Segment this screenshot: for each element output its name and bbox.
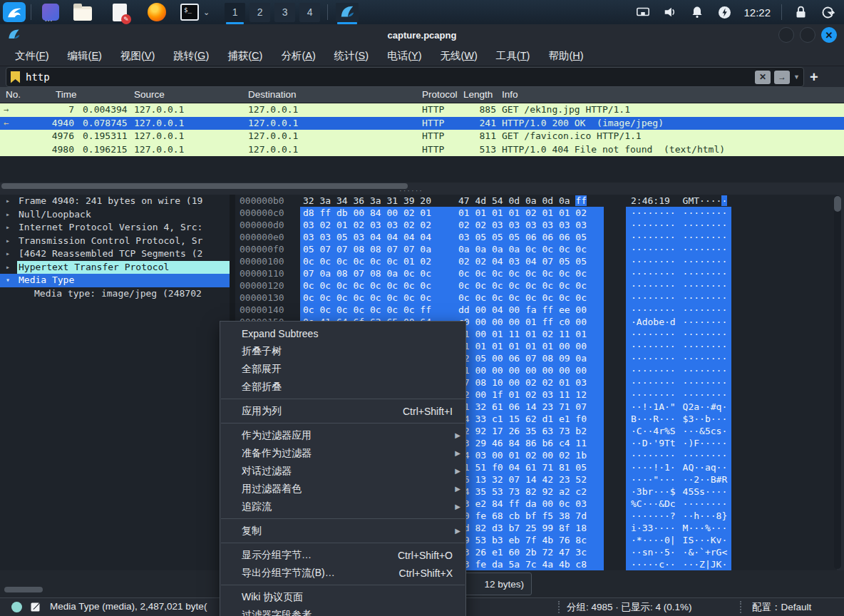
display-filter-input[interactable]: http ✕ → ▼ — [6, 67, 804, 87]
scrollbar-thumb[interactable] — [4, 587, 43, 592]
hex-row[interactable]: 000001000c 0c 0c 0c 0c 0c 01 0202 02 04 … — [235, 255, 837, 267]
add-filter-button[interactable]: + — [810, 69, 818, 86]
context-menu-item[interactable]: 复制▶ — [220, 522, 465, 540]
tree-row[interactable]: ▸[4642 Reassembled TCP Segments (2 — [0, 247, 230, 261]
column-no[interactable]: No. — [6, 89, 21, 100]
packet-row[interactable]: 49760.195311127.0.0.1127.0.0.1HTTP811GET… — [0, 130, 844, 143]
context-menu-item[interactable]: 应用为列Ctrl+Shift+I — [220, 402, 465, 420]
expert-info-icon[interactable] — [11, 602, 22, 612]
menu-y[interactable]: 电话(Y) — [378, 49, 431, 63]
context-menu-item[interactable]: 全部折叠 — [220, 378, 465, 396]
firefox-launcher[interactable] — [148, 3, 166, 21]
hex-row[interactable]: 000000e003 03 05 03 04 04 04 0403 05 05 … — [235, 231, 837, 243]
titlebar[interactable]: capture.pcapng ✕ — [0, 24, 844, 46]
maximize-button[interactable] — [800, 27, 815, 43]
hex-row[interactable]: 000000f005 07 07 08 08 07 07 0a0a 0a 0a … — [235, 243, 837, 255]
bookmark-icon[interactable] — [11, 71, 20, 83]
context-menu-item[interactable]: 追踪流▶ — [220, 498, 465, 515]
hex-row[interactable]: 000000d003 02 01 02 03 03 02 0202 02 03 … — [235, 219, 837, 231]
column-length[interactable]: Length — [463, 89, 493, 100]
statusbar-grip[interactable] — [558, 601, 560, 613]
context-menu-item[interactable]: 显示分组字节…Ctrl+Shift+O — [220, 546, 465, 564]
hex-row[interactable]: 000001300c 0c 0c 0c 0c 0c 0c 0c0c 0c 0c … — [235, 292, 837, 304]
tree-row[interactable]: Media type: image/jpeg (248702 — [0, 287, 230, 301]
packet-list-header[interactable]: No. Time Source Destination Protocol Len… — [0, 87, 844, 103]
context-menu-item[interactable]: Wiki 协议页面 — [220, 588, 465, 606]
launcher-dropdown-caret[interactable]: ⌄ — [203, 8, 210, 17]
menu-e[interactable]: 编辑(E) — [58, 49, 111, 63]
workspace-4[interactable]: 4 — [299, 3, 320, 22]
splitter-grip[interactable]: ······ — [399, 186, 423, 195]
context-menu-item[interactable]: 全部展开 — [220, 360, 465, 378]
status-profile[interactable]: 配置：Default — [752, 601, 811, 614]
menu-c[interactable]: 捕获(C) — [218, 49, 272, 63]
column-source[interactable]: Source — [134, 89, 165, 100]
context-menu-item[interactable]: 准备作为过滤器▶ — [220, 444, 465, 462]
expander-collapsed-icon[interactable]: ▸ — [6, 208, 10, 222]
clear-filter-icon[interactable]: ✕ — [755, 71, 771, 84]
column-protocol[interactable]: Protocol — [422, 89, 458, 100]
column-destination[interactable]: Destination — [248, 89, 297, 100]
network-icon[interactable] — [635, 4, 651, 20]
clock[interactable]: 12:22 — [743, 6, 771, 19]
context-menu-item[interactable]: 用过滤器着色▶ — [220, 480, 465, 498]
menu-s[interactable]: 统计(S) — [325, 49, 378, 63]
taskbar-wireshark-task[interactable] — [336, 3, 359, 22]
menu-w[interactable]: 无线(W) — [431, 49, 486, 63]
workspace-1[interactable]: 1 — [225, 3, 245, 22]
filter-dropdown-caret[interactable]: ▼ — [793, 73, 800, 81]
expander-collapsed-icon[interactable]: ▸ — [6, 247, 10, 261]
workspace-3[interactable]: 3 — [274, 3, 295, 22]
hex-row[interactable]: 000001400c 0c 0c 0c 0c 0c 0c ffdd 00 04 … — [235, 304, 837, 316]
expander-collapsed-icon[interactable]: ▸ — [6, 195, 10, 208]
terminal-launcher[interactable]: $_ — [180, 3, 199, 21]
details-hscrollbar[interactable] — [0, 586, 230, 593]
context-menu-item[interactable]: 折叠子树 — [220, 342, 465, 360]
menu-f[interactable]: 文件(F) — [6, 49, 58, 63]
hex-row[interactable]: 0000011007 0a 08 07 08 0a 0c 0c0c 0c 0c … — [235, 267, 837, 279]
context-menu-item[interactable]: 导出分组字节流(B)…Ctrl+Shift+X — [220, 564, 465, 582]
tree-row[interactable]: ▸Frame 4940: 241 bytes on wire (19 — [0, 195, 230, 208]
close-button[interactable]: ✕ — [821, 27, 837, 43]
context-menu-item[interactable]: 过滤器字段参考 — [220, 606, 465, 616]
text-editor-launcher[interactable]: ✎ — [110, 3, 129, 21]
tree-row[interactable]: ▸Transmission Control Protocol, Sr — [0, 235, 230, 248]
scrollbar-thumb[interactable] — [834, 196, 841, 212]
tree-row[interactable]: ▸Hypertext Transfer Protocol — [0, 261, 230, 274]
hex-row[interactable]: 000001200c 0c 0c 0c 0c 0c 0c 0c0c 0c 0c … — [235, 279, 837, 292]
menu-v[interactable]: 视图(V) — [111, 49, 164, 63]
column-info[interactable]: Info — [502, 89, 518, 100]
window-manager-launcher[interactable] — [41, 3, 60, 21]
file-manager-launcher[interactable] — [73, 3, 92, 21]
kali-menu-button[interactable] — [3, 2, 26, 22]
tree-row[interactable]: ▸Null/Loopback — [0, 208, 230, 222]
packet-row[interactable]: ←49400.078745127.0.0.1127.0.0.1HTTP241HT… — [0, 117, 844, 130]
expander-expanded-icon[interactable]: ▾ — [6, 274, 10, 287]
packet-row[interactable]: 49800.196215127.0.0.1127.0.0.1HTTP513HTT… — [0, 143, 844, 157]
hex-row[interactable]: 000000c0d8 ff db 00 84 00 02 0101 01 01 … — [235, 207, 837, 219]
hex-row[interactable]: 000000b032 3a 34 36 3a 31 39 2047 4d 54 … — [235, 195, 837, 207]
context-menu-item[interactable]: 作为过滤器应用▶ — [220, 426, 465, 444]
pane-splitter[interactable]: ······ — [0, 188, 844, 195]
menu-g[interactable]: 跳转(G) — [164, 49, 218, 63]
lock-icon[interactable] — [793, 4, 808, 20]
column-time[interactable]: Time — [56, 89, 77, 100]
capture-comment-icon[interactable] — [30, 601, 41, 612]
expander-collapsed-icon[interactable]: ▸ — [6, 235, 10, 248]
bytes-vscrollbar[interactable] — [834, 195, 841, 569]
menu-t[interactable]: 工具(T) — [487, 49, 540, 63]
volume-icon[interactable] — [662, 4, 678, 20]
expander-collapsed-icon[interactable]: ▸ — [6, 221, 10, 235]
statusbar-grip[interactable] — [740, 601, 741, 613]
expander-collapsed-icon[interactable]: ▸ — [6, 261, 10, 274]
logout-icon[interactable] — [820, 4, 835, 20]
context-menu-item[interactable]: 对话过滤器▶ — [220, 462, 465, 480]
packet-row[interactable]: →70.004394127.0.0.1127.0.0.1HTTP885GET /… — [0, 103, 844, 117]
apply-filter-icon[interactable]: → — [774, 71, 790, 84]
menu-a[interactable]: 分析(A) — [272, 49, 324, 63]
context-menu-item[interactable]: Expand Subtrees — [220, 324, 465, 342]
minimize-button[interactable] — [778, 27, 794, 43]
tree-row[interactable]: ▾Media Type — [0, 274, 230, 287]
tree-row[interactable]: ▸Internet Protocol Version 4, Src: — [0, 221, 230, 235]
power-status-icon[interactable] — [716, 4, 732, 20]
